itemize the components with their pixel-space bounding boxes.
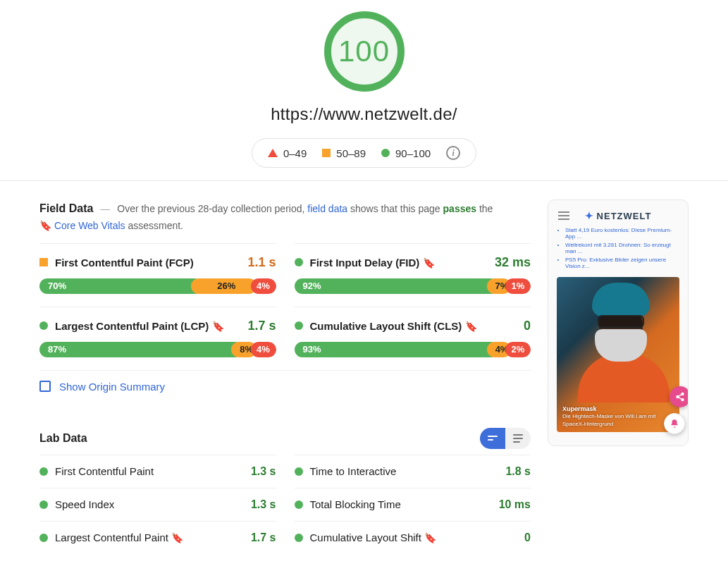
- field-metric[interactable]: Largest Contentful Paint (LCP) 🔖 1.7 s 8…: [39, 307, 276, 370]
- triangle-icon: [268, 149, 278, 157]
- field-metric[interactable]: First Input Delay (FID) 🔖 32 ms 92% 7% 1…: [295, 243, 531, 307]
- score-legend: 0–49 50–89 90–100 i: [252, 138, 476, 168]
- metric-status-icon: [295, 258, 303, 266]
- field-metric[interactable]: First Contentful Paint (FCP) 1.1 s 70% 2…: [39, 243, 276, 307]
- toggle-expanded-button[interactable]: [505, 428, 531, 449]
- preview-link-item: Weltrekord mit 3.281 Drohnen: So erzeugt…: [565, 242, 679, 254]
- legend-mid: 50–89: [322, 147, 366, 159]
- metric-status-icon: [295, 321, 303, 330]
- bookmark-icon: 🔖: [424, 532, 436, 543]
- bookmark-icon: 🔖: [39, 218, 51, 233]
- metric-status-icon: [295, 500, 303, 509]
- lab-view-toggle: [480, 428, 531, 449]
- lab-metric[interactable]: First Contentful Paint 1.3 s: [39, 455, 276, 488]
- lab-metric-name: Total Blocking Time: [310, 498, 401, 510]
- bookmark-icon: 🔖: [212, 321, 224, 332]
- field-data-link[interactable]: field data: [307, 203, 347, 214]
- metric-status-icon: [39, 534, 48, 542]
- lab-metric-name: First Contentful Paint: [55, 465, 154, 477]
- metric-name: Cumulative Layout Shift (CLS) 🔖: [310, 320, 477, 332]
- metric-value: 1.1 s: [247, 255, 276, 270]
- lab-metric-name: Cumulative Layout Shift 🔖: [310, 531, 437, 543]
- core-web-vitals-link[interactable]: Core Web Vitals: [54, 220, 125, 231]
- lab-metric-value: 1.3 s: [251, 465, 276, 478]
- lab-metric-name: Speed Index: [55, 498, 114, 510]
- metric-value: 0: [524, 319, 531, 333]
- field-metric[interactable]: Cumulative Layout Shift (CLS) 🔖 0 93% 4%…: [295, 307, 531, 370]
- lab-metric[interactable]: Total Blocking Time 10 ms: [295, 488, 531, 521]
- bookmark-icon: 🔖: [171, 532, 183, 543]
- lab-metric[interactable]: Time to Interactive 1.8 s: [295, 455, 531, 488]
- metric-status-icon: [39, 500, 48, 509]
- lab-metric-name: Time to Interactive: [310, 465, 397, 477]
- distribution-bar: 92% 7% 1%: [295, 278, 531, 294]
- field-data-intro: Field Data — Over the previous 28-day co…: [39, 199, 531, 233]
- circle-icon: [381, 149, 390, 157]
- metric-status-icon: [295, 467, 303, 476]
- hamburger-icon: [558, 211, 569, 220]
- lab-metric[interactable]: Speed Index 1.3 s: [39, 488, 276, 521]
- field-data-heading: Field Data: [39, 202, 93, 214]
- lab-metric[interactable]: Cumulative Layout Shift 🔖 0: [295, 521, 531, 554]
- lab-metric[interactable]: Largest Contentful Paint 🔖 1.7 s: [39, 521, 276, 554]
- legend-good: 90–100: [381, 147, 431, 159]
- lab-metrics-grid: First Contentful Paint 1.3 s Time to Int…: [39, 455, 531, 554]
- score-header: 100 https://www.netzwelt.de/ 0–49 50–89 …: [0, 0, 728, 181]
- lab-metric-name: Largest Contentful Paint 🔖: [55, 531, 183, 543]
- notification-fab-icon: [664, 413, 685, 434]
- preview-hero-image: Xupermask Die Hightech-Maske von Will.i.…: [557, 277, 679, 432]
- distribution-bar: 70% 26% 4%: [39, 278, 276, 294]
- brand-logo-icon: ✦: [585, 210, 594, 221]
- audited-url: https://www.netzwelt.de/: [0, 104, 728, 124]
- lab-data-heading: Lab Data: [39, 432, 87, 445]
- passes-label: passes: [443, 203, 476, 214]
- metric-name: First Input Delay (FID) 🔖: [310, 257, 435, 269]
- lab-metric-value: 1.7 s: [251, 531, 276, 544]
- distribution-bar: 87% 8% 4%: [39, 342, 276, 357]
- metric-value: 1.7 s: [247, 319, 276, 333]
- share-fab-icon: [670, 386, 689, 407]
- checkbox-icon[interactable]: [39, 381, 51, 392]
- compact-view-icon: [488, 436, 498, 441]
- field-metrics-grid: First Contentful Paint (FCP) 1.1 s 70% 2…: [39, 243, 531, 370]
- lab-metric-value: 1.3 s: [251, 498, 276, 511]
- metric-name: First Contentful Paint (FCP): [55, 257, 194, 269]
- square-icon: [322, 149, 331, 157]
- metric-status-icon: [39, 258, 48, 266]
- metric-status-icon: [295, 534, 303, 542]
- metric-value: 32 ms: [495, 255, 531, 270]
- bookmark-icon: 🔖: [465, 321, 477, 332]
- preview-brand: ✦ NETZWELT: [585, 210, 652, 221]
- lab-metric-value: 10 ms: [499, 498, 531, 511]
- lab-metric-value: 0: [524, 531, 531, 544]
- metric-status-icon: [39, 321, 48, 330]
- bookmark-icon: 🔖: [423, 257, 435, 269]
- preview-link-item: Statt 4,19 Euro kostenlos: Diese Premium…: [565, 227, 679, 240]
- distribution-bar: 93% 4% 2%: [295, 342, 531, 357]
- toggle-compact-button[interactable]: [480, 428, 505, 449]
- show-origin-summary[interactable]: Show Origin Summary: [39, 370, 531, 412]
- preview-link-list: Statt 4,19 Euro kostenlos: Diese Premium…: [554, 227, 682, 276]
- info-icon[interactable]: i: [446, 146, 460, 160]
- preview-link-item: PS5 Pro: Exklusive Bilder zeigen unsere …: [565, 257, 679, 269]
- metric-name: Largest Contentful Paint (LCP) 🔖: [55, 320, 224, 332]
- page-screenshot-preview: ✦ NETZWELT Statt 4,19 Euro kostenlos: Di…: [548, 199, 689, 446]
- metric-status-icon: [39, 467, 48, 476]
- score-gauge: 100: [324, 11, 405, 92]
- lab-metric-value: 1.8 s: [505, 465, 531, 478]
- expanded-view-icon: [513, 434, 523, 443]
- overall-score: 100: [338, 35, 390, 68]
- legend-poor: 0–49: [268, 147, 307, 159]
